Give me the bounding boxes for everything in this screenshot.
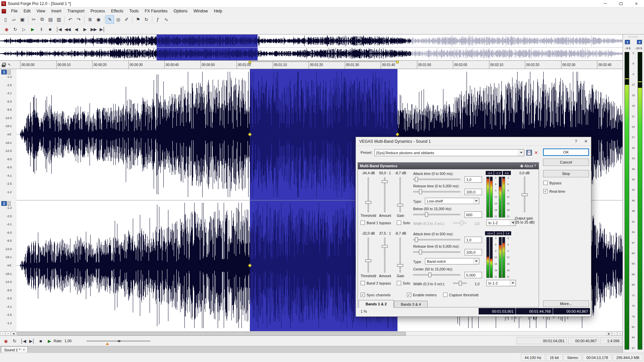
- band1-gain-slider[interactable]: [399, 177, 401, 212]
- cancel-button[interactable]: Cancel: [543, 159, 589, 166]
- copy-icon[interactable]: ⧉: [38, 15, 46, 23]
- go-to-start-icon[interactable]: │◀: [54, 25, 63, 34]
- menu-view[interactable]: View: [34, 8, 48, 14]
- output-gain-slider[interactable]: [524, 177, 525, 212]
- slider-thumb[interactable]: [522, 193, 528, 196]
- selection-length[interactable]: 00:00:40,867: [568, 337, 599, 344]
- pencil-tool-icon[interactable]: ✐: [122, 15, 131, 23]
- overview-waveform[interactable]: [0, 35, 623, 60]
- delete-preset-icon[interactable]: ✕: [534, 150, 538, 155]
- menu-process[interactable]: Process: [88, 8, 108, 14]
- band1-release-slider[interactable]: [413, 191, 460, 192]
- tab-close-icon[interactable]: ×: [23, 348, 25, 352]
- play-all-icon[interactable]: ▷: [19, 25, 28, 34]
- panel-grip[interactable]: ••••••: [623, 35, 644, 38]
- slider-thumb[interactable]: [365, 259, 371, 262]
- band2-routing-combo[interactable]: In 1-2: [486, 280, 516, 286]
- bypass-checkbox[interactable]: Bypass: [543, 181, 561, 185]
- slider-thumb[interactable]: [415, 177, 418, 182]
- checkbox-box[interactable]: [443, 293, 447, 297]
- play-icon[interactable]: ▶: [28, 25, 37, 34]
- band1-amount-slider[interactable]: [384, 177, 385, 212]
- lock-icon[interactable]: [2, 63, 6, 67]
- band2-freq-slider[interactable]: [413, 274, 460, 276]
- undo-icon[interactable]: ↶: [66, 15, 74, 23]
- new-file-icon[interactable]: ▯: [1, 15, 10, 23]
- maximize-button[interactable]: [613, 0, 629, 7]
- status-bit-depth[interactable]: 16 bit: [546, 354, 562, 361]
- scroll-right-icon[interactable]: ▶: [606, 331, 612, 336]
- slider-thumb[interactable]: [397, 264, 403, 267]
- tab-bands-3-4[interactable]: Bands 3 & 4: [394, 301, 428, 308]
- slider-thumb[interactable]: [365, 201, 371, 204]
- band2-type-combo[interactable]: Band-notch: [425, 258, 479, 264]
- slider-thumb[interactable]: [415, 237, 418, 242]
- close-button[interactable]: ×: [629, 0, 644, 7]
- enable-meters-checkbox[interactable]: ✓ Enable meters: [407, 293, 437, 297]
- loop-icon[interactable]: ↻: [10, 337, 19, 345]
- slider-thumb[interactable]: [397, 204, 403, 206]
- loop-playback-icon[interactable]: ↻: [11, 25, 19, 34]
- channel-1-menu[interactable]: [7, 70, 11, 74]
- record-icon[interactable]: ◉: [94, 15, 103, 23]
- menu-tools[interactable]: Tools: [126, 8, 142, 14]
- chevron-down-icon[interactable]: [518, 149, 524, 156]
- band1-attack-field[interactable]: 1,0: [465, 176, 482, 183]
- record-icon[interactable]: ◉: [2, 25, 11, 34]
- band1-freq-field[interactable]: 600: [465, 212, 482, 218]
- slider-thumb[interactable]: [419, 189, 422, 194]
- edit-tool-icon[interactable]: ✎: [106, 15, 114, 23]
- dialog-close-button[interactable]: ✕: [581, 137, 591, 145]
- step-forward-icon[interactable]: ▶: [80, 25, 89, 34]
- record-icon[interactable]: ◉: [1, 337, 10, 345]
- rate-slider-thumb[interactable]: ◀▶: [117, 339, 120, 343]
- band2-width-slider[interactable]: [453, 283, 467, 284]
- selection-length-time[interactable]: 00:00:40,867: [553, 308, 590, 314]
- edit-cursor-icon[interactable]: ↖: [8, 62, 11, 67]
- band1-threshold-slider[interactable]: [368, 177, 369, 212]
- checkbox-box[interactable]: [397, 281, 401, 285]
- menu-insert[interactable]: Insert: [48, 8, 64, 14]
- play-icon[interactable]: ▶: [45, 337, 54, 345]
- slider-thumb[interactable]: [419, 250, 422, 254]
- go-to-end-icon[interactable]: ▶│: [28, 337, 36, 345]
- checkmark-icon[interactable]: ✓: [543, 189, 548, 193]
- status-sample-rate[interactable]: 44.100 Hz: [521, 354, 545, 361]
- channel-2-menu[interactable]: [7, 201, 11, 206]
- band1-attack-slider[interactable]: [413, 179, 460, 180]
- menu-transport[interactable]: Transport: [64, 8, 88, 14]
- sync-channels-checkbox[interactable]: ✓ Sync channels: [361, 293, 391, 297]
- menu-options[interactable]: Options: [171, 8, 191, 14]
- band2-solo-checkbox[interactable]: Solo: [397, 281, 410, 285]
- chevron-down-icon[interactable]: [473, 258, 479, 264]
- channel-2-badge[interactable]: 2: [1, 201, 7, 206]
- go-to-start-icon[interactable]: │◀: [19, 337, 28, 345]
- scroll-left-icon[interactable]: ◀: [11, 331, 16, 336]
- band2-amount-slider[interactable]: [384, 238, 385, 273]
- menu-help[interactable]: Help: [211, 8, 225, 14]
- redo-icon[interactable]: ↷: [74, 15, 83, 23]
- status-channel-mode[interactable]: Stereo: [564, 354, 582, 361]
- preset-combo[interactable]: [Sys] Reduce plosives and sibilants: [374, 149, 524, 156]
- slider-thumb[interactable]: [425, 212, 428, 217]
- step-back-icon[interactable]: ◀: [72, 25, 80, 34]
- tab-bands-1-2[interactable]: Bands 1 & 2: [359, 300, 394, 308]
- band1-freq-slider[interactable]: [413, 214, 460, 215]
- slider-thumb[interactable]: [428, 273, 431, 277]
- open-file-icon[interactable]: ▱: [10, 15, 18, 23]
- overview-strip[interactable]: [0, 35, 623, 61]
- more-button[interactable]: More...: [543, 300, 589, 307]
- zoom-tool-icon[interactable]: ◎: [114, 15, 122, 23]
- selection-start-time[interactable]: 00:01:03,901: [479, 308, 516, 314]
- cut-icon[interactable]: ✂: [30, 15, 38, 23]
- zoom-ratio[interactable]: 1:4.096: [600, 337, 622, 344]
- slider-thumb[interactable]: [382, 245, 388, 248]
- save-preset-icon[interactable]: [526, 150, 532, 156]
- pause-icon[interactable]: ‖: [37, 25, 46, 34]
- cursor-position[interactable]: 00:01:04,051: [517, 337, 567, 344]
- minimize-button[interactable]: [598, 0, 613, 7]
- band2-attack-slider[interactable]: [413, 239, 460, 240]
- stop-icon[interactable]: ■: [46, 25, 54, 34]
- band2-threshold-slider[interactable]: [368, 238, 369, 273]
- zoom-out-icon[interactable]: −: [0, 331, 5, 336]
